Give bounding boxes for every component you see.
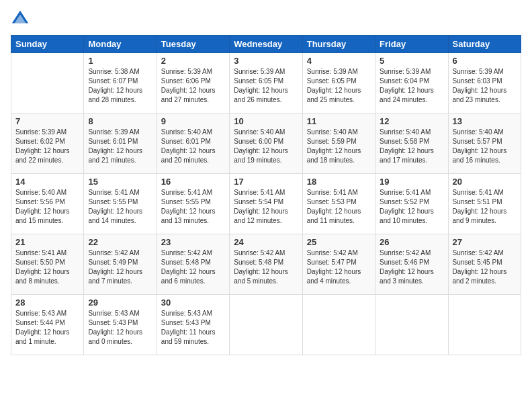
calendar-header-row: SundayMondayTuesdayWednesdayThursdayFrid…	[11, 36, 521, 53]
day-info: Sunrise: 5:41 AMSunset: 5:50 PMDaylight:…	[15, 248, 79, 286]
calendar-cell: 3Sunrise: 5:39 AMSunset: 6:05 PMDaylight…	[230, 53, 302, 113]
calendar-cell: 12Sunrise: 5:40 AMSunset: 5:58 PMDayligh…	[375, 113, 448, 174]
calendar-cell: 25Sunrise: 5:42 AMSunset: 5:47 PMDayligh…	[302, 234, 375, 295]
calendar-cell: 29Sunrise: 5:43 AMSunset: 5:43 PMDayligh…	[84, 295, 157, 355]
day-info: Sunrise: 5:43 AMSunset: 5:44 PMDaylight:…	[15, 309, 79, 347]
day-header-sunday: Sunday	[11, 36, 84, 53]
calendar-cell: 22Sunrise: 5:42 AMSunset: 5:49 PMDayligh…	[84, 234, 157, 295]
day-number: 23	[161, 237, 225, 247]
calendar-cell: 14Sunrise: 5:40 AMSunset: 5:56 PMDayligh…	[11, 174, 84, 234]
week-row-1: 1Sunrise: 5:38 AMSunset: 6:07 PMDaylight…	[11, 53, 521, 113]
calendar-cell: 13Sunrise: 5:40 AMSunset: 5:57 PMDayligh…	[448, 113, 521, 174]
day-number: 22	[88, 237, 152, 247]
day-info: Sunrise: 5:42 AMSunset: 5:45 PMDaylight:…	[453, 248, 517, 286]
calendar-cell: 24Sunrise: 5:42 AMSunset: 5:48 PMDayligh…	[230, 234, 302, 295]
day-info: Sunrise: 5:40 AMSunset: 5:57 PMDaylight:…	[453, 128, 517, 165]
day-info: Sunrise: 5:43 AMSunset: 5:43 PMDaylight:…	[161, 309, 225, 347]
day-info: Sunrise: 5:40 AMSunset: 6:01 PMDaylight:…	[161, 128, 225, 165]
day-info: Sunrise: 5:39 AMSunset: 6:05 PMDaylight:…	[307, 67, 371, 105]
calendar-cell	[230, 295, 302, 355]
day-info: Sunrise: 5:39 AMSunset: 6:05 PMDaylight:…	[234, 67, 298, 105]
calendar-cell	[11, 53, 84, 113]
calendar-cell: 26Sunrise: 5:42 AMSunset: 5:46 PMDayligh…	[375, 234, 448, 295]
day-number: 26	[380, 237, 443, 247]
day-info: Sunrise: 5:41 AMSunset: 5:51 PMDaylight:…	[453, 188, 517, 226]
calendar-cell: 30Sunrise: 5:43 AMSunset: 5:43 PMDayligh…	[157, 295, 229, 355]
day-number: 7	[15, 116, 79, 126]
day-number: 14	[15, 177, 79, 187]
day-number: 16	[161, 177, 225, 187]
day-number: 27	[453, 237, 517, 247]
logo-icon	[11, 9, 30, 28]
day-info: Sunrise: 5:39 AMSunset: 6:06 PMDaylight:…	[161, 67, 225, 105]
day-info: Sunrise: 5:41 AMSunset: 5:52 PMDaylight:…	[380, 188, 443, 226]
day-info: Sunrise: 5:39 AMSunset: 6:03 PMDaylight:…	[453, 67, 517, 105]
calendar-cell: 17Sunrise: 5:41 AMSunset: 5:54 PMDayligh…	[230, 174, 302, 234]
day-info: Sunrise: 5:42 AMSunset: 5:48 PMDaylight:…	[234, 248, 298, 286]
day-number: 2	[161, 56, 225, 66]
calendar-cell: 9Sunrise: 5:40 AMSunset: 6:01 PMDaylight…	[157, 113, 229, 174]
day-info: Sunrise: 5:42 AMSunset: 5:48 PMDaylight:…	[161, 248, 225, 286]
day-number: 24	[234, 237, 298, 247]
calendar-table: SundayMondayTuesdayWednesdayThursdayFrid…	[11, 35, 521, 355]
calendar-cell: 4Sunrise: 5:39 AMSunset: 6:05 PMDaylight…	[302, 53, 375, 113]
day-info: Sunrise: 5:39 AMSunset: 6:01 PMDaylight:…	[88, 128, 152, 165]
week-row-2: 7Sunrise: 5:39 AMSunset: 6:02 PMDaylight…	[11, 113, 521, 174]
day-info: Sunrise: 5:40 AMSunset: 5:59 PMDaylight:…	[307, 128, 371, 165]
day-header-thursday: Thursday	[302, 36, 375, 53]
day-number: 25	[307, 237, 371, 247]
day-header-wednesday: Wednesday	[230, 36, 302, 53]
day-info: Sunrise: 5:40 AMSunset: 5:58 PMDaylight:…	[380, 128, 443, 165]
calendar-cell: 2Sunrise: 5:39 AMSunset: 6:06 PMDaylight…	[157, 53, 229, 113]
calendar-cell: 15Sunrise: 5:41 AMSunset: 5:55 PMDayligh…	[84, 174, 157, 234]
calendar-cell: 19Sunrise: 5:41 AMSunset: 5:52 PMDayligh…	[375, 174, 448, 234]
day-number: 4	[307, 56, 371, 66]
week-row-4: 21Sunrise: 5:41 AMSunset: 5:50 PMDayligh…	[11, 234, 521, 295]
calendar-cell: 7Sunrise: 5:39 AMSunset: 6:02 PMDaylight…	[11, 113, 84, 174]
day-header-saturday: Saturday	[448, 36, 521, 53]
day-number: 30	[161, 298, 225, 308]
day-header-monday: Monday	[84, 36, 157, 53]
day-number: 6	[453, 56, 517, 66]
calendar-cell: 1Sunrise: 5:38 AMSunset: 6:07 PMDaylight…	[84, 53, 157, 113]
calendar-cell: 20Sunrise: 5:41 AMSunset: 5:51 PMDayligh…	[448, 174, 521, 234]
day-number: 21	[15, 237, 79, 247]
week-row-3: 14Sunrise: 5:40 AMSunset: 5:56 PMDayligh…	[11, 174, 521, 234]
day-number: 1	[88, 56, 152, 66]
day-info: Sunrise: 5:41 AMSunset: 5:55 PMDaylight:…	[88, 188, 152, 226]
day-number: 15	[88, 177, 152, 187]
day-number: 9	[161, 116, 225, 126]
day-number: 28	[15, 298, 79, 308]
calendar-cell	[448, 295, 521, 355]
day-info: Sunrise: 5:42 AMSunset: 5:49 PMDaylight:…	[88, 248, 152, 286]
day-number: 3	[234, 56, 298, 66]
page-header	[11, 11, 521, 30]
day-header-tuesday: Tuesday	[157, 36, 229, 53]
calendar-cell: 16Sunrise: 5:41 AMSunset: 5:55 PMDayligh…	[157, 174, 229, 234]
day-info: Sunrise: 5:38 AMSunset: 6:07 PMDaylight:…	[88, 67, 152, 105]
calendar-cell	[375, 295, 448, 355]
calendar-cell: 5Sunrise: 5:39 AMSunset: 6:04 PMDaylight…	[375, 53, 448, 113]
week-row-5: 28Sunrise: 5:43 AMSunset: 5:44 PMDayligh…	[11, 295, 521, 355]
calendar-cell: 21Sunrise: 5:41 AMSunset: 5:50 PMDayligh…	[11, 234, 84, 295]
day-number: 5	[380, 56, 443, 66]
day-info: Sunrise: 5:43 AMSunset: 5:43 PMDaylight:…	[88, 309, 152, 347]
day-info: Sunrise: 5:40 AMSunset: 6:00 PMDaylight:…	[234, 128, 298, 165]
day-header-friday: Friday	[375, 36, 448, 53]
day-number: 20	[453, 177, 517, 187]
calendar-cell: 10Sunrise: 5:40 AMSunset: 6:00 PMDayligh…	[230, 113, 302, 174]
day-info: Sunrise: 5:42 AMSunset: 5:46 PMDaylight:…	[380, 248, 443, 286]
day-number: 17	[234, 177, 298, 187]
day-info: Sunrise: 5:41 AMSunset: 5:53 PMDaylight:…	[307, 188, 371, 226]
day-number: 18	[307, 177, 371, 187]
day-number: 8	[88, 116, 152, 126]
calendar-cell: 6Sunrise: 5:39 AMSunset: 6:03 PMDaylight…	[448, 53, 521, 113]
logo	[11, 11, 31, 30]
day-number: 29	[88, 298, 152, 308]
day-number: 10	[234, 116, 298, 126]
calendar-cell: 11Sunrise: 5:40 AMSunset: 5:59 PMDayligh…	[302, 113, 375, 174]
calendar-cell: 23Sunrise: 5:42 AMSunset: 5:48 PMDayligh…	[157, 234, 229, 295]
calendar-cell: 8Sunrise: 5:39 AMSunset: 6:01 PMDaylight…	[84, 113, 157, 174]
day-number: 19	[380, 177, 443, 187]
calendar-cell	[302, 295, 375, 355]
